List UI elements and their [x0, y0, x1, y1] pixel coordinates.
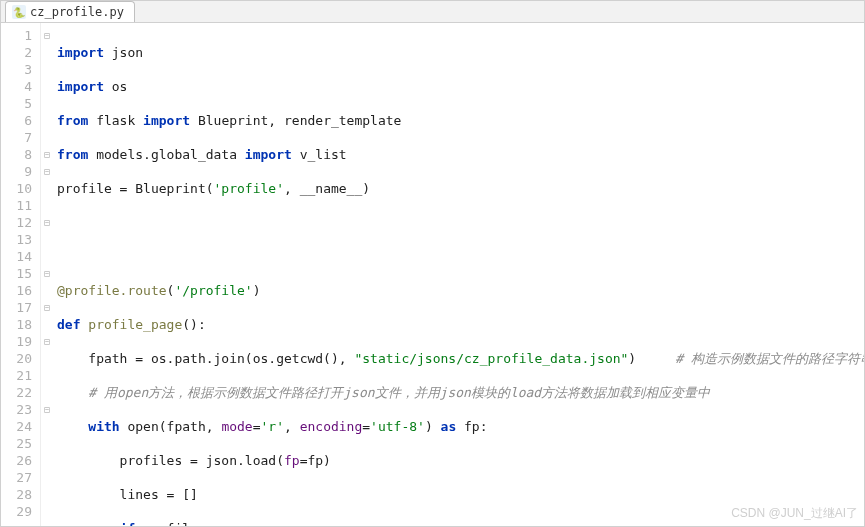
line-number: 29	[5, 503, 32, 520]
decorator: @profile.route	[57, 283, 167, 298]
line-number: 28	[5, 486, 32, 503]
python-file-icon: 🐍	[12, 5, 26, 19]
code-area[interactable]: import json import os from flask import …	[53, 23, 864, 526]
fold-marker[interactable]: ⊟	[41, 214, 53, 231]
fold-marker	[41, 248, 53, 265]
fold-marker	[41, 61, 53, 78]
keyword: import	[57, 45, 104, 60]
line-number: 13	[5, 231, 32, 248]
line-number: 8	[5, 146, 32, 163]
fold-marker[interactable]: ⊟	[41, 163, 53, 180]
line-number: 26	[5, 452, 32, 469]
fold-marker[interactable]: ⊟	[41, 401, 53, 418]
fold-marker	[41, 112, 53, 129]
fold-marker	[41, 452, 53, 469]
fold-gutter: ⊟⊟⊟⊟⊟⊟⊟⊟	[41, 23, 53, 526]
fold-marker	[41, 469, 53, 486]
line-number: 10	[5, 180, 32, 197]
fold-marker[interactable]: ⊟	[41, 265, 53, 282]
code-editor: 1234567891011121314151617181920212223242…	[1, 23, 864, 526]
line-number: 5	[5, 95, 32, 112]
fold-marker	[41, 44, 53, 61]
fold-marker[interactable]: ⊟	[41, 299, 53, 316]
line-number: 27	[5, 469, 32, 486]
fold-marker	[41, 231, 53, 248]
line-number: 9	[5, 163, 32, 180]
watermark: CSDN @JUN_过继AI了	[731, 505, 858, 522]
function-name: profile_page	[80, 317, 182, 332]
tab-bar: 🐍 cz_profile.py	[1, 1, 864, 23]
fold-marker[interactable]: ⊟	[41, 27, 53, 44]
fold-marker	[41, 129, 53, 146]
fold-marker	[41, 78, 53, 95]
comment: # 构造示例数据文件的路径字符串	[636, 351, 864, 366]
line-number: 18	[5, 316, 32, 333]
fold-marker	[41, 367, 53, 384]
fold-marker[interactable]: ⊟	[41, 333, 53, 350]
line-number: 6	[5, 112, 32, 129]
fold-marker	[41, 384, 53, 401]
line-number: 4	[5, 78, 32, 95]
fold-marker	[41, 435, 53, 452]
line-number: 2	[5, 44, 32, 61]
line-number: 19	[5, 333, 32, 350]
line-number: 22	[5, 384, 32, 401]
line-number: 15	[5, 265, 32, 282]
line-number: 12	[5, 214, 32, 231]
line-number: 23	[5, 401, 32, 418]
line-number: 7	[5, 129, 32, 146]
fold-marker	[41, 503, 53, 520]
fold-marker	[41, 95, 53, 112]
line-number: 3	[5, 61, 32, 78]
editor-tab[interactable]: 🐍 cz_profile.py	[5, 1, 135, 22]
identifier: json	[104, 45, 143, 60]
line-number: 20	[5, 350, 32, 367]
line-number: 17	[5, 299, 32, 316]
string: 'profile'	[214, 181, 284, 196]
fold-marker	[41, 316, 53, 333]
line-number: 1	[5, 27, 32, 44]
fold-marker	[41, 486, 53, 503]
tab-filename: cz_profile.py	[30, 5, 124, 19]
comment: # 用open方法，根据示例数据文件路径打开json文件，并用json模块的lo…	[57, 385, 710, 400]
line-number: 21	[5, 367, 32, 384]
fold-marker	[41, 350, 53, 367]
fold-marker	[41, 197, 53, 214]
keyword: from	[57, 113, 88, 128]
line-number: 14	[5, 248, 32, 265]
fold-marker	[41, 180, 53, 197]
fold-marker[interactable]: ⊟	[41, 146, 53, 163]
line-number: 11	[5, 197, 32, 214]
line-number: 24	[5, 418, 32, 435]
fold-marker	[41, 418, 53, 435]
identifier: os	[104, 79, 127, 94]
line-number: 16	[5, 282, 32, 299]
line-number-gutter: 1234567891011121314151617181920212223242…	[1, 23, 41, 526]
line-number: 25	[5, 435, 32, 452]
keyword: import	[57, 79, 104, 94]
fold-marker	[41, 282, 53, 299]
